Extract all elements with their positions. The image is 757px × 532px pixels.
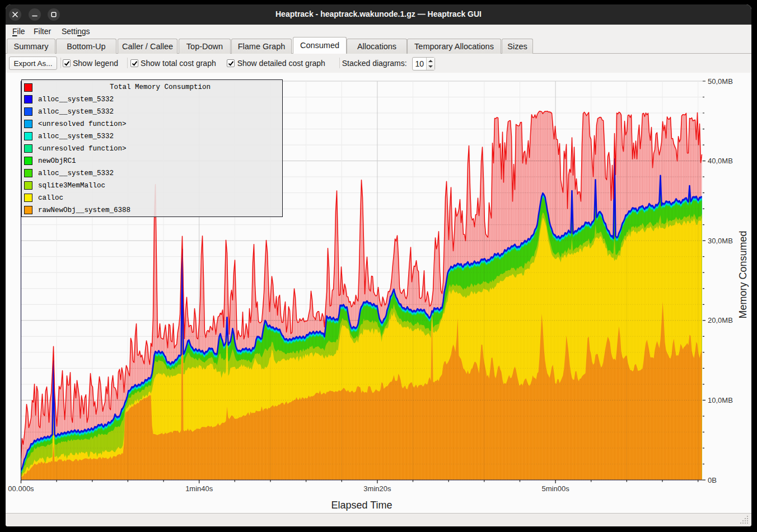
svg-text:30,0MB: 30,0MB [708,237,733,245]
svg-text:20,0MB: 20,0MB [708,316,733,324]
svg-text:5min00s: 5min00s [542,484,570,493]
svg-text:50,0MB: 50,0MB [708,77,733,86]
svg-text:00.000s: 00.000s [8,484,34,493]
svg-text:1min40s: 1min40s [185,484,213,493]
svg-text:0B: 0B [708,476,717,484]
svg-text:3min20s: 3min20s [363,484,391,493]
svg-text:40,0MB: 40,0MB [708,157,733,165]
svg-text:Elapsed Time: Elapsed Time [331,500,392,511]
svg-text:Memory Consumed: Memory Consumed [737,230,749,318]
svg-text:10,0MB: 10,0MB [708,396,733,404]
